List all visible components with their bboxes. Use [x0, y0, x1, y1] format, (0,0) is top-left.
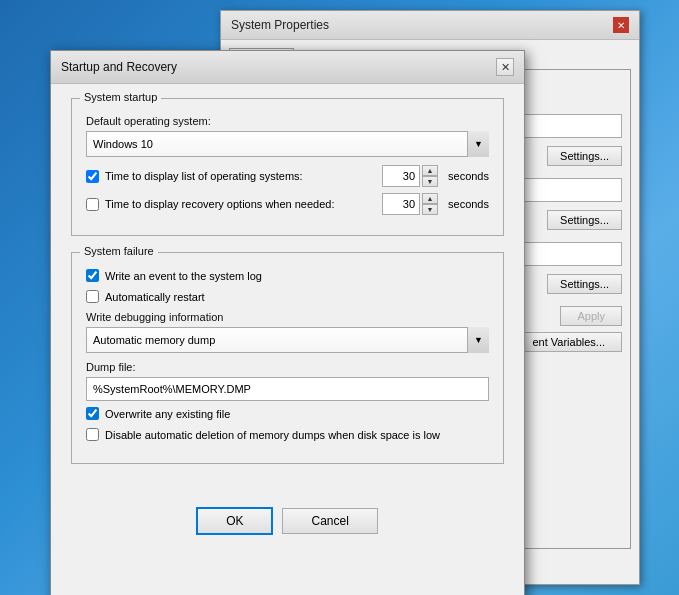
time-display-row: Time to display list of operating system…	[86, 165, 489, 187]
system-startup-group: System startup Default operating system:…	[71, 98, 504, 236]
time-display-spin-up[interactable]: ▲	[422, 165, 438, 176]
time-display-input[interactable]	[382, 165, 420, 187]
ok-button[interactable]: OK	[197, 508, 272, 534]
system-failure-label: System failure	[80, 245, 158, 257]
write-event-checkbox[interactable]	[86, 269, 99, 282]
disable-auto-checkbox[interactable]	[86, 428, 99, 441]
time-display-spinbox: ▲ ▼	[382, 165, 438, 187]
startup-recovery-dialog: Startup and Recovery ✕ System startup De…	[50, 50, 525, 595]
dialog-body: System startup Default operating system:…	[51, 84, 524, 494]
sys-props-close-button[interactable]: ✕	[613, 17, 629, 33]
overwrite-row: Overwrite any existing file	[86, 407, 489, 420]
write-event-label: Write an event to the system log	[105, 270, 262, 282]
time-recovery-label: Time to display recovery options when ne…	[105, 198, 376, 210]
settings-button-1[interactable]: Settings...	[547, 146, 622, 166]
overwrite-checkbox[interactable]	[86, 407, 99, 420]
overwrite-label: Overwrite any existing file	[105, 408, 230, 420]
time-recovery-spin-buttons: ▲ ▼	[422, 193, 438, 215]
settings-button-2[interactable]: Settings...	[547, 210, 622, 230]
write-event-row: Write an event to the system log	[86, 269, 489, 282]
auto-restart-checkbox[interactable]	[86, 290, 99, 303]
time-recovery-row: Time to display recovery options when ne…	[86, 193, 489, 215]
dialog-titlebar: Startup and Recovery ✕	[51, 51, 524, 84]
cancel-button[interactable]: Cancel	[282, 508, 377, 534]
auto-restart-row: Automatically restart	[86, 290, 489, 303]
disable-auto-row: Disable automatic deletion of memory dum…	[86, 428, 489, 441]
sys-props-title: System Properties	[231, 18, 329, 32]
dialog-footer: OK Cancel	[51, 498, 524, 544]
time-display-spin-buttons: ▲ ▼	[422, 165, 438, 187]
time-recovery-spinbox: ▲ ▼	[382, 193, 438, 215]
sys-props-titlebar: System Properties ✕	[221, 11, 639, 40]
time-recovery-suffix: seconds	[448, 198, 489, 210]
time-display-suffix: seconds	[448, 170, 489, 182]
default-os-label: Default operating system:	[86, 115, 489, 127]
settings-button-3[interactable]: Settings...	[547, 274, 622, 294]
apply-button[interactable]: Apply	[560, 306, 622, 326]
debug-dropdown-container: Automatic memory dump ▼	[86, 327, 489, 353]
default-os-dropdown-container: Windows 10 ▼	[86, 131, 489, 157]
failure-content: Write an event to the system log Automat…	[86, 269, 489, 441]
debug-info-dropdown[interactable]: Automatic memory dump	[86, 327, 489, 353]
time-recovery-spin-down[interactable]: ▼	[422, 204, 438, 215]
time-recovery-checkbox[interactable]	[86, 198, 99, 211]
dialog-title: Startup and Recovery	[61, 60, 177, 74]
time-recovery-spin-up[interactable]: ▲	[422, 193, 438, 204]
auto-restart-label: Automatically restart	[105, 291, 205, 303]
disable-auto-label: Disable automatic deletion of memory dum…	[105, 429, 440, 441]
time-display-spin-down[interactable]: ▼	[422, 176, 438, 187]
dump-file-input[interactable]	[86, 377, 489, 401]
time-recovery-input[interactable]	[382, 193, 420, 215]
system-failure-group: System failure Write an event to the sys…	[71, 252, 504, 464]
default-os-dropdown[interactable]: Windows 10	[86, 131, 489, 157]
write-debug-label: Write debugging information	[86, 311, 489, 323]
startup-content: Default operating system: Windows 10 ▼ T…	[86, 115, 489, 215]
dialog-close-button[interactable]: ✕	[496, 58, 514, 76]
env-vars-button[interactable]: ent Variables...	[515, 332, 622, 352]
time-display-label: Time to display list of operating system…	[105, 170, 376, 182]
system-startup-label: System startup	[80, 91, 161, 103]
time-display-checkbox[interactable]	[86, 170, 99, 183]
dump-file-label: Dump file:	[86, 361, 489, 373]
